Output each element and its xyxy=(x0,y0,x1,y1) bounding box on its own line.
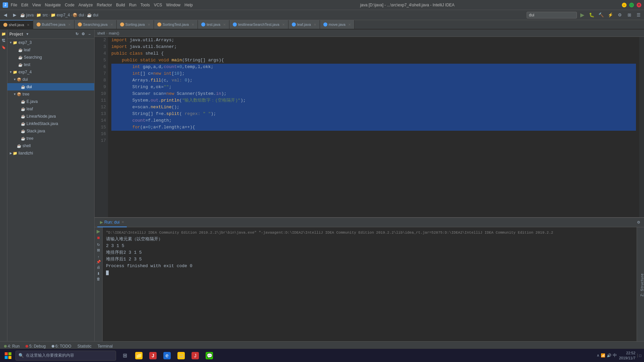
tree-item-liandizhi[interactable]: ▶ 📁 liandizhi xyxy=(7,149,94,157)
tab-close-shell[interactable]: ✕ xyxy=(27,23,30,27)
run-settings-icon[interactable]: ⚙ xyxy=(636,220,641,225)
menu-tools[interactable]: Tools xyxy=(141,3,150,7)
tab-close-sortingtest[interactable]: ✕ xyxy=(192,23,194,26)
tab-close-buildtree[interactable]: ✕ xyxy=(68,23,71,26)
tree-item-tree-pkg[interactable]: ▼ 📦 tree xyxy=(7,90,94,98)
sidebar-project-icon[interactable]: 📁 xyxy=(1,31,7,37)
search-input[interactable] xyxy=(527,12,577,18)
tree-item-leaf1[interactable]: ☕ leaf xyxy=(7,46,94,54)
coverage-button[interactable]: ⚡ xyxy=(606,11,614,19)
taskbar-network-icon[interactable]: 📶 xyxy=(601,353,605,358)
build-button[interactable]: 🔨 xyxy=(597,11,605,19)
expand-button[interactable]: ⊞ xyxy=(625,11,633,19)
maximize-button[interactable]: □ xyxy=(629,3,634,7)
minimize-button[interactable]: – xyxy=(622,3,627,7)
run-tab[interactable]: ▶ Run: dui ✕ xyxy=(97,218,127,227)
taskbar-volume-icon[interactable]: 🔊 xyxy=(607,353,611,358)
start-button[interactable] xyxy=(1,350,15,362)
run-button[interactable]: ▶ xyxy=(578,11,586,19)
back-button[interactable]: ◀ xyxy=(1,11,9,19)
tab-close-testlinear[interactable]: ✕ xyxy=(282,23,285,26)
tab-close-sorting[interactable]: ✕ xyxy=(148,23,150,26)
tree-item-linkfedstack[interactable]: ☕ LinkfedStack.java xyxy=(7,120,94,127)
tab-testlinear[interactable]: testlinearSearchTest.java ✕ xyxy=(229,20,288,29)
taskbar-app-files[interactable]: 🗂 xyxy=(174,350,188,362)
debug-button[interactable]: 🐛 xyxy=(588,11,596,19)
tree-item-dui-file[interactable]: ☕ dui xyxy=(7,83,94,90)
forward-button[interactable]: ▶ xyxy=(11,11,19,19)
menu-window[interactable]: Window xyxy=(166,3,180,7)
tab-leaf[interactable]: leaf.java ✕ xyxy=(288,20,320,29)
tree-item-stack[interactable]: ☕ Stack.java xyxy=(7,127,94,135)
menu-file[interactable]: File xyxy=(11,3,17,7)
run-up-button[interactable]: ↑ xyxy=(98,255,100,259)
tab-buildtree[interactable]: BuildTree.java ✕ xyxy=(33,20,74,29)
menu-build[interactable]: Build xyxy=(116,3,125,7)
run-close-output-button[interactable]: ⊠ xyxy=(97,248,100,252)
taskbar-app-jetbrains[interactable]: J xyxy=(189,350,202,362)
menu-code[interactable]: Code xyxy=(65,3,74,7)
tree-item-shell[interactable]: ☕ shell xyxy=(7,142,94,149)
sidebar-bookmark-icon[interactable]: 🔖 xyxy=(1,44,7,50)
menu-help[interactable]: Help xyxy=(184,3,193,7)
tab-close-searching[interactable]: ✕ xyxy=(110,23,113,26)
taskbar-clock[interactable]: 22:52 2019/11/7 xyxy=(619,351,635,360)
close-button[interactable]: ✕ xyxy=(637,3,641,7)
run-rerun-button[interactable]: ↻ xyxy=(97,243,100,247)
breadcrumb-dui-file[interactable]: ☕ dui xyxy=(87,13,98,17)
tree-item-searching[interactable]: ☕ Searching xyxy=(7,54,94,61)
taskbar-ime-icon[interactable]: 中 xyxy=(613,353,617,358)
run-print-button[interactable]: 🖨 xyxy=(97,265,100,269)
menu-navigate[interactable]: Navigate xyxy=(45,3,61,7)
tree-item-test[interactable]: ☕ test xyxy=(7,61,94,68)
menu-vcs[interactable]: VCS xyxy=(154,3,162,7)
sidebar-structure-icon[interactable]: 🏗 xyxy=(1,38,7,44)
menu-run[interactable]: Run xyxy=(129,3,137,7)
tab-searching[interactable]: Searching.java ✕ xyxy=(74,20,117,29)
run-tab-close[interactable]: ✕ xyxy=(121,220,124,224)
tab-close-leaf[interactable]: ✕ xyxy=(314,23,316,26)
menu-view[interactable]: View xyxy=(32,3,41,7)
tree-item-ejava[interactable]: ☕ E.java xyxy=(7,98,94,105)
taskbar-app-intellij[interactable]: J xyxy=(146,350,160,362)
window-controls[interactable]: – □ ✕ xyxy=(622,3,641,7)
tree-item-dui-pkg[interactable]: ▼ 📦 dui xyxy=(7,76,94,83)
tab-test[interactable]: test.java ✕ xyxy=(198,20,229,29)
taskbar-app-ie[interactable]: e xyxy=(160,350,174,362)
tree-item-leaf2[interactable]: ☕ leaf xyxy=(7,105,94,113)
code-editor[interactable]: import java.util.Arrays; import java.uti… xyxy=(108,37,639,217)
taskbar-chevron-icon[interactable]: ∧ xyxy=(597,353,599,358)
tab-close-move[interactable]: ✕ xyxy=(348,23,351,26)
run-play-button[interactable]: ▶ xyxy=(97,229,100,234)
menu-bar[interactable]: File Edit View Navigate Code Analyze Ref… xyxy=(11,3,193,7)
settings-button[interactable]: ⚙ xyxy=(616,11,624,19)
tab-sortingtest[interactable]: SortingTest.java ✕ xyxy=(154,20,198,29)
panel-sync-icon[interactable]: ↻ xyxy=(74,32,79,37)
tab-shell[interactable]: shell.java ✕ xyxy=(0,20,33,29)
tree-item-exp7_4[interactable]: ▼ 📁 exp7_4 xyxy=(7,68,94,76)
menu-analyze[interactable]: Analyze xyxy=(78,3,93,7)
panel-gear-icon[interactable]: ⚙ xyxy=(80,32,86,37)
tree-item-exp7_3[interactable]: ▼ 📁 exp7_3 xyxy=(7,39,94,46)
tree-item-tree-file[interactable]: ☕ tree xyxy=(7,135,94,142)
breadcrumb-src[interactable]: 📁 src xyxy=(36,13,48,17)
run-stop-button[interactable]: ■ xyxy=(97,235,100,240)
breadcrumb-exp7_4[interactable]: 📁 exp7_4 xyxy=(51,13,70,17)
breadcrumb-java[interactable]: ☕ java xyxy=(20,13,34,17)
tree-item-linearnode[interactable]: ☕ LinearNode.java xyxy=(7,113,94,120)
menu-edit[interactable]: Edit xyxy=(21,3,28,7)
taskbar-app-task-view[interactable]: ⊞ xyxy=(118,350,131,362)
layout-button[interactable]: ☰ xyxy=(635,11,643,19)
tab-sorting[interactable]: Sorting.java ✕ xyxy=(117,20,154,29)
taskbar-app-explorer[interactable]: 📁 xyxy=(132,350,146,362)
run-clear-button[interactable]: 🗑 xyxy=(97,277,100,281)
run-scroll-end-button[interactable]: ⬇ xyxy=(97,272,100,276)
breadcrumb-dui-pkg[interactable]: 📦 dui xyxy=(72,13,84,17)
tab-close-test[interactable]: ✕ xyxy=(223,23,226,26)
taskbar-show-desktop[interactable]: □ xyxy=(637,354,641,358)
panel-minimize-icon[interactable]: – xyxy=(87,32,92,37)
menu-refactor[interactable]: Refactor xyxy=(97,3,112,7)
taskbar-search-box[interactable]: 🔍 在这里输入你要搜索的内容 xyxy=(15,351,116,361)
run-pin-button[interactable]: 📌 xyxy=(96,260,101,264)
taskbar-app-wechat[interactable]: 💬 xyxy=(203,350,216,362)
